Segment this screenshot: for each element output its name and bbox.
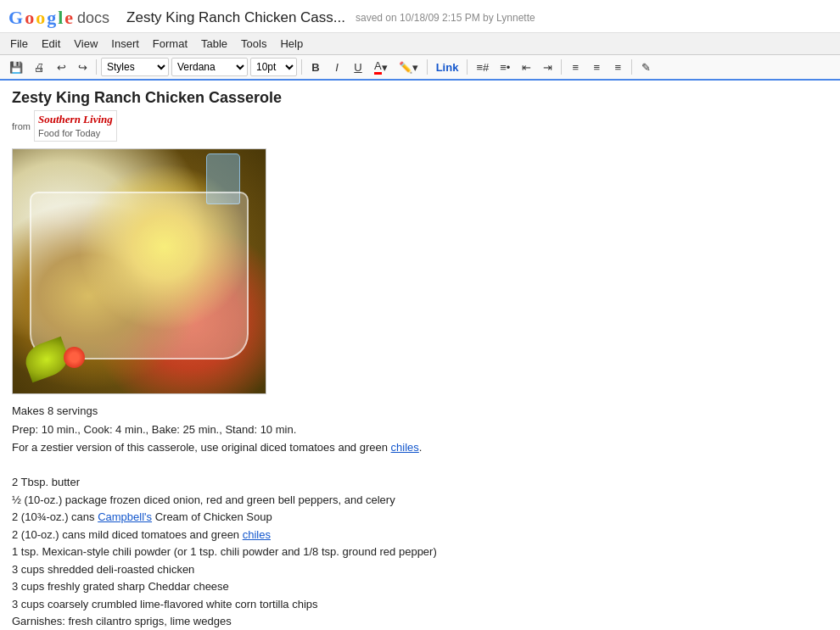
chiles-link-2[interactable]: chiles — [243, 528, 271, 541]
redo-button[interactable]: ↪ — [73, 58, 92, 76]
text-color-button[interactable]: A▾ — [370, 58, 392, 76]
logo-o2: o — [36, 7, 45, 29]
ingredient-garnishes: Garnishes: fresh cilantro sprigs, lime w… — [12, 613, 828, 630]
recipe-title: Zesty King Ranch Chicken Casserole — [12, 89, 828, 107]
menu-insert[interactable]: Insert — [104, 35, 146, 53]
separator-2 — [301, 59, 302, 75]
recipe-image — [12, 148, 266, 394]
align-right-button[interactable]: ≡ — [608, 58, 627, 76]
ingredient-1: 2 Tbsp. butter — [12, 474, 828, 491]
logo-o1: o — [25, 7, 34, 29]
size-select[interactable]: 10pt — [250, 58, 297, 76]
document-area: Zesty King Ranch Chicken Casserole from … — [0, 81, 840, 630]
align-center-button[interactable]: ≡ — [587, 58, 606, 76]
logo-g2: g — [47, 7, 56, 29]
chiles-link[interactable]: chiles — [391, 441, 419, 454]
source-from-label: from — [12, 121, 31, 131]
italic-button[interactable]: I — [328, 58, 346, 76]
color-a-indicator: A — [374, 59, 382, 75]
special-button[interactable]: ✎ — [636, 58, 655, 76]
menu-view[interactable]: View — [67, 35, 104, 53]
ingredient-6: 3 cups shredded deli-roasted chicken — [12, 561, 828, 578]
servings-text: Makes 8 servings — [12, 403, 828, 420]
campbells-link[interactable]: Campbell's — [98, 510, 152, 523]
numbered-list-button[interactable]: ≡# — [472, 58, 493, 76]
menu-tools[interactable]: Tools — [234, 35, 273, 53]
font-select[interactable]: Verdana — [171, 58, 248, 76]
separator-3 — [427, 59, 428, 75]
menu-format[interactable]: Format — [146, 35, 194, 53]
logo-docs-text: docs — [77, 9, 109, 27]
ingredient-4: 2 (10-oz.) cans mild diced tomatoes and … — [12, 527, 828, 544]
indent-button[interactable]: ⇥ — [538, 58, 557, 76]
intro-text: For a zestier version of this casserole,… — [12, 439, 828, 456]
ingredient-7: 3 cups freshly grated sharp Cheddar chee… — [12, 578, 828, 595]
undo-button[interactable]: ↩ — [52, 58, 70, 76]
justify-button[interactable]: ≡ — [566, 58, 585, 76]
bold-button[interactable]: B — [306, 58, 325, 76]
recipe-body: Makes 8 servings Prep: 10 min., Cook: 4 … — [12, 403, 828, 630]
source-logo: from Southern Living Food for Today — [12, 110, 828, 142]
logo-g: G — [8, 7, 23, 29]
save-button[interactable]: 💾 — [5, 58, 27, 76]
ingredient-5: 1 tsp. Mexican-style chili powder (or 1 … — [12, 544, 828, 560]
white-bowl — [30, 192, 249, 360]
ingredient-8: 3 cups coarsely crumbled lime-flavored w… — [12, 596, 828, 613]
print-button[interactable]: 🖨 — [30, 58, 49, 76]
menubar: File Edit View Insert Format Table Tools… — [0, 33, 840, 55]
separator-5 — [561, 59, 562, 75]
ingredient-3: 2 (10¾-oz.) cans Campbell's Cream of Chi… — [12, 509, 828, 526]
ingredient-2: ½ (10-oz.) package frozen diced onion, r… — [12, 492, 828, 509]
outdent-button[interactable]: ⇤ — [517, 58, 535, 76]
underline-button[interactable]: U — [349, 58, 367, 76]
doc-title-area: Zesty King Ranch Chicken Cass... saved o… — [118, 9, 535, 26]
toolbar: 💾 🖨 ↩ ↪ Styles Verdana 10pt B I U A▾ ✏️▾… — [0, 55, 840, 81]
tomato-decor — [64, 347, 85, 368]
doc-title[interactable]: Zesty King Ranch Chicken Cass... — [126, 9, 345, 26]
separator-1 — [96, 59, 97, 75]
timing-text: Prep: 10 min., Cook: 4 min., Bake: 25 mi… — [12, 421, 828, 438]
styles-select[interactable]: Styles — [101, 58, 169, 76]
logo-l: l — [58, 7, 63, 29]
header: Google docs Zesty King Ranch Chicken Cas… — [0, 0, 840, 33]
menu-table[interactable]: Table — [194, 35, 234, 53]
separator-4 — [467, 59, 468, 75]
source-name: Southern Living — [38, 113, 113, 125]
highlight-button[interactable]: ✏️▾ — [395, 58, 423, 76]
save-info: saved on 10/18/09 2:15 PM by Lynnette — [356, 12, 535, 24]
separator-6 — [631, 59, 632, 75]
google-docs-logo: Google docs — [8, 7, 109, 29]
bullet-list-button[interactable]: ≡• — [496, 58, 514, 76]
source-sub: Food for Today — [38, 128, 100, 138]
menu-help[interactable]: Help — [273, 35, 310, 53]
menu-file[interactable]: File — [3, 35, 35, 53]
menu-edit[interactable]: Edit — [35, 35, 67, 53]
logo-e: e — [64, 7, 73, 29]
link-button[interactable]: Link — [432, 58, 463, 76]
